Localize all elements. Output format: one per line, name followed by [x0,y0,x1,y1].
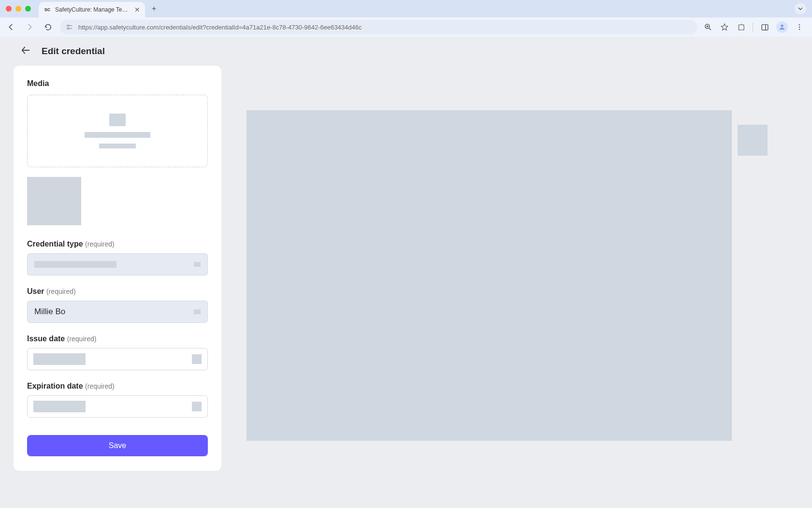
sidepanel-button[interactable] [760,22,769,32]
tab-strip: SC SafetyCulture: Manage Teams and… ✕ + [0,0,812,17]
issue-date-input[interactable] [27,348,208,370]
skeleton-line [99,144,136,148]
upload-icon [109,114,126,126]
window-maximize-button[interactable] [25,6,31,12]
panel-icon [761,23,769,31]
svg-rect-0 [67,25,70,26]
skeleton-line [33,353,86,365]
field-label-text: Expiration date [27,382,83,390]
expiration-date-input[interactable] [27,395,208,418]
reload-button[interactable] [42,21,54,33]
svg-point-7 [799,29,800,29]
credential-type-select[interactable] [27,253,208,276]
chevron-down-icon [194,262,201,267]
skeleton-line [34,261,116,268]
preview-image [246,110,732,441]
menu-button[interactable] [795,22,804,32]
forward-button[interactable] [23,21,36,33]
media-thumbnail[interactable] [27,177,81,225]
puzzle-icon [737,23,745,31]
url-text: https://app.safetyculture.com/credential… [78,24,362,31]
app-content: Edit credential Media Credential type (r… [0,37,812,508]
chevron-down-icon [194,309,201,314]
address-bar[interactable]: https://app.safetyculture.com/credential… [60,20,697,34]
calendar-icon [192,354,202,364]
reload-icon [44,23,52,31]
field-label-text: Issue date [27,334,65,343]
skeleton-line [85,132,150,138]
user-label: User (required) [27,287,208,296]
credential-type-label: Credential type (required) [27,240,208,248]
issue-date-label: Issue date (required) [27,334,208,343]
browser-chrome: SC SafetyCulture: Manage Teams and… ✕ + … [0,0,812,37]
required-indicator: (required) [85,240,115,248]
chevron-down-icon [798,6,803,11]
svg-rect-1 [67,28,70,29]
page-back-button[interactable] [20,45,31,58]
kebab-icon [796,23,803,31]
required-indicator: (required) [46,288,76,295]
person-icon [778,23,786,31]
save-button[interactable]: Save [27,435,208,456]
field-label-text: Credential type [27,240,83,248]
window-minimize-button[interactable] [15,6,21,12]
content-area: Media Credential type (required) User (r… [0,66,812,471]
preview-thumbnail[interactable] [738,125,768,156]
svg-rect-3 [762,24,768,29]
tab-favicon-icon: SC [44,6,51,14]
user-select-value: Millie Bo [34,307,65,317]
extensions-button[interactable] [736,22,746,32]
tab-close-icon[interactable]: ✕ [134,6,140,14]
window-close-button[interactable] [6,6,12,12]
new-tab-button[interactable]: + [152,4,156,13]
window-controls [6,6,31,12]
media-upload-dropzone[interactable] [27,95,208,167]
browser-toolbar: https://app.safetyculture.com/credential… [0,17,812,37]
star-icon [720,23,729,31]
required-indicator: (required) [85,382,115,390]
zoom-button[interactable] [703,22,713,32]
skeleton-line [33,401,86,412]
user-select[interactable]: Millie Bo [27,301,208,323]
calendar-icon [192,402,202,411]
arrow-left-icon [7,23,15,31]
media-section-label: Media [27,79,208,88]
edit-credential-form: Media Credential type (required) User (r… [14,66,221,471]
bookmark-button[interactable] [720,22,729,32]
app-header: Edit credential [0,37,812,66]
preview-area [231,66,798,471]
required-indicator: (required) [67,335,97,343]
svg-point-4 [781,25,783,27]
expiration-date-label: Expiration date (required) [27,382,208,391]
site-settings-icon[interactable] [66,23,73,31]
svg-point-6 [799,27,800,28]
tab-overflow-button[interactable] [795,3,806,15]
toolbar-divider [753,23,753,31]
arrow-left-icon [20,45,31,56]
back-button[interactable] [5,21,17,33]
tab-title: SafetyCulture: Manage Teams and… [55,6,130,13]
browser-tab[interactable]: SC SafetyCulture: Manage Teams and… ✕ [39,2,145,17]
arrow-right-icon [25,23,34,31]
page-title: Edit credential [42,46,105,57]
toolbar-right [703,21,807,33]
svg-point-5 [799,24,800,25]
field-label-text: User [27,287,44,295]
zoom-icon [704,23,712,31]
profile-button[interactable] [776,21,788,33]
